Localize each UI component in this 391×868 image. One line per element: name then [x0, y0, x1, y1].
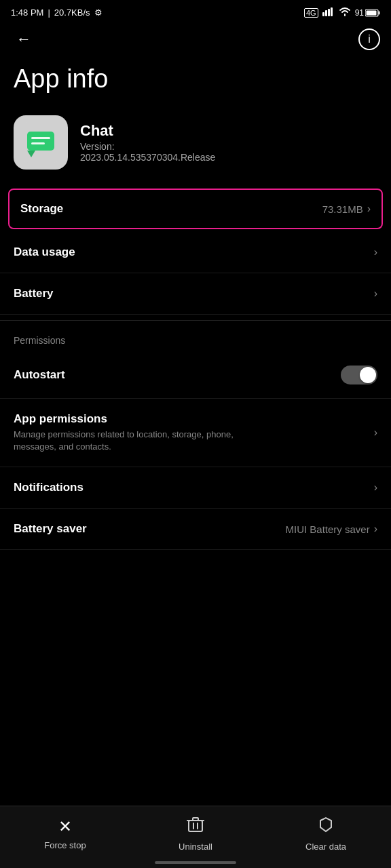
notifications-title: Notifications — [14, 481, 83, 494]
storage-chevron: › — [367, 203, 371, 215]
svg-rect-2 — [328, 9, 330, 16]
data-usage-item[interactable]: Data usage › — [0, 232, 391, 273]
battery-saver-right: MIUI Battery saver › — [285, 523, 377, 535]
app-card: Chat Version: 2023.05.14.535370304.Relea… — [0, 110, 391, 186]
battery-saver-item[interactable]: Battery saver MIUI Battery saver › — [0, 509, 391, 550]
autostart-right[interactable] — [341, 366, 377, 384]
svg-rect-11 — [31, 142, 45, 144]
battery-level: 91 — [355, 8, 364, 18]
svg-rect-5 — [379, 11, 380, 14]
data-usage-right: › — [374, 246, 377, 258]
data-usage-chevron: › — [374, 246, 377, 258]
autostart-item[interactable]: Autostart — [0, 352, 391, 399]
storage-right: 73.31MB › — [322, 203, 371, 215]
notifications-item[interactable]: Notifications › — [0, 467, 391, 509]
svg-rect-3 — [331, 7, 333, 16]
battery-item[interactable]: Battery › — [0, 273, 391, 315]
app-permissions-right: › — [374, 427, 377, 439]
clear-data-action[interactable]: Clear data — [299, 816, 353, 852]
status-network: | — [48, 7, 50, 18]
permissions-label: Permissions — [14, 335, 65, 346]
back-button[interactable]: ← — [11, 28, 37, 51]
uninstall-icon — [187, 816, 204, 837]
info-icon: i — [368, 33, 371, 45]
battery-icon: 91 — [355, 8, 380, 18]
status-right: 4G 91 — [304, 7, 380, 18]
settings-icon: ⚙ — [94, 7, 103, 18]
svg-rect-10 — [31, 137, 50, 139]
svg-rect-8 — [27, 132, 54, 151]
app-permissions-title: App permissions — [14, 412, 244, 426]
autostart-title: Autostart — [14, 368, 65, 382]
home-indicator — [155, 861, 236, 864]
battery-saver-value: MIUI Battery saver — [285, 524, 369, 535]
app-details: Chat Version: 2023.05.14.535370304.Relea… — [80, 122, 215, 163]
toggle-thumb — [360, 367, 376, 383]
notifications-chevron: › — [374, 481, 377, 494]
storage-item[interactable]: Storage 73.31MB › — [8, 189, 383, 229]
force-stop-label: Force stop — [44, 840, 86, 850]
force-stop-action[interactable]: ✕ Force stop — [38, 817, 92, 850]
app-version-label: Version: — [80, 141, 215, 152]
info-button[interactable]: i — [358, 28, 380, 50]
status-time: 1:48 PM — [11, 7, 43, 18]
signal-icon — [322, 7, 335, 18]
data-usage-title: Data usage — [14, 245, 75, 259]
app-icon-svg — [20, 122, 61, 163]
app-permissions-item[interactable]: App permissions Manage permissions relat… — [0, 399, 391, 467]
storage-value: 73.31MB — [322, 203, 363, 215]
app-version-value: 2023.05.14.535370304.Release — [80, 152, 215, 163]
clear-data-label: Clear data — [305, 842, 346, 852]
svg-rect-6 — [367, 10, 377, 15]
svg-rect-0 — [322, 12, 324, 16]
force-stop-icon: ✕ — [58, 817, 72, 836]
wifi-icon — [339, 7, 351, 18]
clear-data-icon — [317, 816, 335, 837]
notifications-right: › — [374, 481, 377, 494]
autostart-toggle[interactable] — [341, 366, 377, 384]
menu-section: Storage 73.31MB › Data usage › Battery › — [0, 189, 391, 315]
app-icon — [14, 115, 68, 170]
uninstall-label: Uninstall — [179, 842, 212, 852]
storage-title: Storage — [20, 202, 63, 216]
svg-rect-14 — [193, 818, 198, 821]
battery-title: Battery — [14, 287, 54, 300]
app-name: Chat — [80, 122, 215, 140]
battery-right: › — [374, 288, 377, 300]
top-nav: ← i — [0, 22, 391, 54]
battery-saver-chevron: › — [374, 523, 377, 535]
status-left: 1:48 PM | 20.7KB/s ⚙ — [11, 7, 103, 18]
network-type: 4G — [304, 8, 318, 18]
svg-rect-1 — [325, 10, 327, 16]
status-speed: 20.7KB/s — [54, 7, 90, 18]
battery-saver-title: Battery saver — [14, 522, 87, 536]
bottom-bar: ✕ Force stop Uninstall Clear data — [0, 806, 391, 868]
uninstall-action[interactable]: Uninstall — [168, 816, 223, 852]
battery-chevron: › — [374, 288, 377, 300]
svg-rect-12 — [189, 821, 202, 831]
permissions-section-divider: Permissions — [0, 320, 391, 352]
app-permissions-subtitle: Manage permissions related to location, … — [14, 429, 244, 453]
app-permissions-chevron: › — [374, 427, 377, 439]
page-title: App info — [0, 54, 391, 110]
status-bar: 1:48 PM | 20.7KB/s ⚙ 4G 91 — [0, 0, 391, 22]
